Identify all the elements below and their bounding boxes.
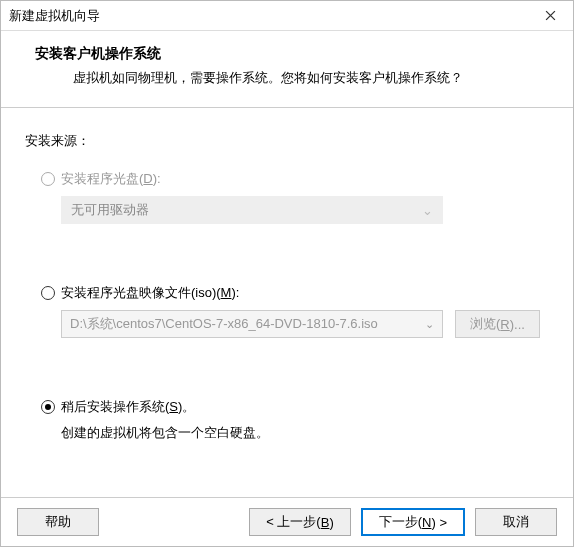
radio-iso-image[interactable]: 安装程序光盘映像文件(iso)(M): (41, 284, 549, 302)
install-later-desc: 创建的虚拟机将包含一个空白硬盘。 (61, 424, 549, 442)
radio-install-later[interactable]: 稍后安装操作系统(S)。 (41, 398, 549, 416)
radio-icon (41, 172, 55, 186)
install-source-label: 安装来源： (25, 132, 549, 150)
radio-icon (41, 286, 55, 300)
option-install-later: 稍后安装操作系统(S)。 创建的虚拟机将包含一个空白硬盘。 (41, 398, 549, 442)
option-installer-disc: 安装程序光盘(D): 无可用驱动器 ⌄ (41, 170, 549, 224)
page-heading: 安装客户机操作系统 (35, 45, 553, 63)
wizard-content: 安装来源： 安装程序光盘(D): 无可用驱动器 ⌄ 安装程序光盘映像文件(iso… (1, 108, 573, 497)
browse-button[interactable]: 浏览(R)... (455, 310, 540, 338)
next-button[interactable]: 下一步(N) > (361, 508, 465, 536)
drive-dropdown[interactable]: 无可用驱动器 ⌄ (61, 196, 443, 224)
radio-label-iso: 安装程序光盘映像文件(iso)(M): (61, 284, 239, 302)
help-button[interactable]: 帮助 (17, 508, 99, 536)
radio-installer-disc[interactable]: 安装程序光盘(D): (41, 170, 549, 188)
titlebar: 新建虚拟机向导 (1, 1, 573, 31)
radio-icon (41, 400, 55, 414)
window-title: 新建虚拟机向导 (1, 7, 100, 25)
chevron-down-icon: ⌄ (422, 203, 433, 218)
close-button[interactable] (528, 1, 573, 30)
radio-label-disc: 安装程序光盘(D): (61, 170, 161, 188)
wizard-footer: 帮助 < 上一步(B) 下一步(N) > 取消 (1, 497, 573, 546)
option-iso-image: 安装程序光盘映像文件(iso)(M): D:\系统\centos7\CentOS… (41, 284, 549, 338)
wizard-window: 新建虚拟机向导 安装客户机操作系统 虚拟机如同物理机，需要操作系统。您将如何安装… (0, 0, 574, 547)
cancel-button[interactable]: 取消 (475, 508, 557, 536)
radio-label-later: 稍后安装操作系统(S)。 (61, 398, 195, 416)
back-button[interactable]: < 上一步(B) (249, 508, 351, 536)
iso-row: D:\系统\centos7\CentOS-7-x86_64-DVD-1810-7… (61, 310, 549, 338)
iso-path-input[interactable]: D:\系统\centos7\CentOS-7-x86_64-DVD-1810-7… (61, 310, 443, 338)
chevron-down-icon: ⌄ (425, 318, 434, 331)
drive-dropdown-text: 无可用驱动器 (71, 201, 149, 219)
iso-path-text: D:\系统\centos7\CentOS-7-x86_64-DVD-1810-7… (70, 315, 378, 333)
page-subheading: 虚拟机如同物理机，需要操作系统。您将如何安装客户机操作系统？ (73, 69, 553, 87)
close-icon (545, 10, 556, 21)
wizard-header: 安装客户机操作系统 虚拟机如同物理机，需要操作系统。您将如何安装客户机操作系统？ (1, 31, 573, 108)
